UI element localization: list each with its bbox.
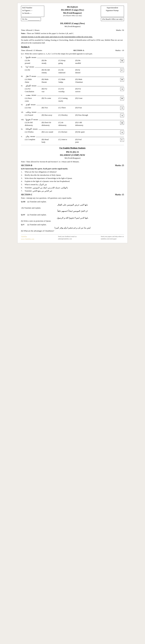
- attempt-note-text: Attempt Section-A on the same paper and …: [21, 36, 93, 38]
- roman-label: ix.: [21, 128, 25, 130]
- roll-number-label: Roll Number: [22, 6, 43, 9]
- q-text: Explain in the light of a Quranic verse …: [25, 180, 70, 182]
- arabic-term: اکمoms: [26, 128, 32, 130]
- sub-a-label: (a): [27, 214, 29, 216]
- exam-paper: Roll Number In Figures:— In Words:— PR I…: [17, 3, 128, 243]
- means-word: means: [33, 128, 37, 130]
- answer-box: B: [120, 121, 124, 125]
- answer-box: C: [120, 138, 124, 142]
- option: (C) Disobey: [58, 114, 74, 116]
- option: (B) He didenmity: [42, 68, 58, 74]
- sub-b-row: (b) What are the advantages of Cleanline…: [21, 230, 124, 232]
- q-number: 7.: [21, 190, 24, 192]
- sub-title: 9th (Fresh/Reappear): [21, 25, 124, 28]
- fic-blank: [28, 18, 40, 20]
- time-marks-row: Time Allowed: 2 Hours Marks: 50: [21, 29, 124, 32]
- means-word: means: [33, 118, 38, 121]
- eng-pr-code: PR IX (01) 15: [21, 150, 124, 154]
- answer-box: A: [120, 114, 124, 117]
- means-word: means: [30, 135, 35, 138]
- mcq-item: vi.اهدیmeans(A) One(B) Two(C) Three(D) F…: [21, 103, 124, 110]
- option: (A) Complete: [25, 138, 41, 141]
- sub-a-label: (a): [27, 224, 29, 226]
- option: (D) Forsorrow: [75, 88, 91, 93]
- divider: [21, 145, 124, 145]
- means-word: means: [31, 56, 36, 59]
- sub-a-text: Translate and explain.: [30, 200, 47, 203]
- options-row: (A) Havecome(B) To come(C) Comingnearly(…: [25, 97, 124, 102]
- section-b-question: 7. Translate: خیر الناس من ینفع الناس: [21, 190, 124, 192]
- sub-b-text: Translate and explain.: [24, 207, 41, 209]
- section-b-question: 2. Briefly describe the introduction of …: [21, 174, 124, 176]
- section-c-note: Note:- Attempt any two questions. All qu…: [21, 197, 124, 200]
- marks-label: Marks: 50: [116, 29, 124, 32]
- note-label: Note:–: [21, 32, 26, 34]
- options-row: (A) Complete(B) Headbody(C) Joint to(D) …: [25, 138, 124, 144]
- office-use-label: (For Board's Office use only): [61, 14, 84, 17]
- roman-label: iv.: [21, 84, 25, 87]
- option: (B) Besteady: [42, 59, 58, 65]
- means-blank: [36, 103, 124, 105]
- section-a-name: SECTION-A: [73, 49, 84, 52]
- options-row: (A) MaleZakat(B) MaleHaram(C) MaleSadqa(…: [25, 78, 124, 84]
- option: (D) MaleGhanimat: [75, 78, 91, 84]
- section-b-label: SECTION-B: [21, 164, 32, 167]
- footer-email-label: Send your feedback email us:: [58, 236, 77, 238]
- option: (C) Heendorsed: [58, 68, 74, 74]
- q-number: 1.: [21, 170, 24, 173]
- arabic-term: لا تخونوا: [26, 118, 32, 121]
- fic-row: Fic No. (For Board's Office use only): [21, 18, 124, 21]
- section-b-question: 1. What are the four obligations of Ablu…: [21, 170, 124, 173]
- section-a-header: Time Allowed: 15 Minutes SECTION-A Marks…: [21, 49, 124, 52]
- section-c-q-num: Q-V: [21, 223, 27, 226]
- option: (D) Feeljoint: [75, 138, 91, 144]
- means-blank: [37, 56, 124, 58]
- eng-class: 9th (Fresh/Reappear): [21, 157, 124, 160]
- center-header: PR IX(01)15 ISLAMIAT (Comp) (New) 9th (F…: [61, 6, 84, 17]
- means-word: means: [31, 103, 35, 106]
- section-b-instruction: Q-II Answerany five parts. Each part car…: [21, 168, 124, 170]
- answer-box: D: [120, 78, 124, 82]
- mcq-item: ii.ابِداmeans(A) He(B) He didenmity(C) H…: [21, 66, 124, 74]
- q-number: 6.: [21, 186, 24, 189]
- roman-label: vi.: [21, 103, 25, 106]
- mcq-item: i.فانیتواmeans(A) Bepround(B) Besteady(C…: [21, 56, 124, 64]
- main-title: ISLAMIAT (Comp) (New): [21, 22, 124, 25]
- sub-b-row: (b) Write a note on protection of Quran.: [21, 220, 124, 222]
- option: (B) Run away: [42, 114, 58, 116]
- means-blank: [37, 84, 124, 86]
- footer-papers-url: talabilm.com/send-paper: [101, 238, 124, 240]
- option: (D) Beneedful: [75, 59, 91, 65]
- q-num-row: Q-III (a) Translate and explain.: [21, 200, 124, 203]
- sub-b-row: -(b) Translate and explain.: [21, 207, 124, 210]
- roman-label: vii.: [21, 111, 25, 114]
- q-num-row: Q-IV (a) Translate and explain.: [21, 214, 124, 216]
- sub-b-arabic: ان اکمل المومنین ایماناً احسنهم خلقاً: [21, 210, 124, 212]
- option: (D) Be quiet: [75, 131, 91, 134]
- answer-box: A: [120, 88, 124, 91]
- superintendent-box: Superintendent Signature/Stamp:: [101, 6, 124, 17]
- q-text: What are the four obligations of Ablutio…: [25, 171, 57, 173]
- section-c-q-num: Q-IV: [21, 214, 27, 216]
- options-row: (A) ForConciliation(B) Forwar(C) Forwors…: [25, 88, 124, 93]
- arabic-term: اهدی: [26, 103, 30, 106]
- arabic-term: ابِدا: [26, 66, 28, 68]
- section-c-questions: Q-III (a) Translate and explain.یایها ال…: [21, 200, 124, 232]
- fic-office-label: (For Board's Office use only): [102, 18, 123, 20]
- section-a-time: Time Allowed: 15 Minutes: [21, 49, 42, 52]
- fic-office-box: (For Board's Office use only): [101, 18, 124, 21]
- section-c-question: Q-V (a) Translate and explain.لیس منا من…: [21, 223, 124, 232]
- sub-a-text: Translate and explain.: [30, 214, 47, 216]
- mcq-item: vii.وجلتmeans(A) Feared(B) Run away(C) D…: [21, 111, 124, 117]
- answer-box: A: [120, 131, 124, 134]
- roman-label: ii.: [21, 66, 25, 68]
- q-number: 2.: [21, 174, 24, 176]
- section-a-label: Section-A: [21, 46, 124, 48]
- arabic-term: وجلت: [26, 111, 31, 114]
- fic-box: Fic No.: [21, 18, 41, 21]
- option: (D) Pass through: [75, 114, 91, 116]
- section-b-question: 4. Explain in the light of a Quranic ver…: [21, 180, 124, 183]
- roman-label: x.: [21, 135, 25, 138]
- means-blank: [39, 128, 124, 130]
- means-word: means: [32, 84, 36, 87]
